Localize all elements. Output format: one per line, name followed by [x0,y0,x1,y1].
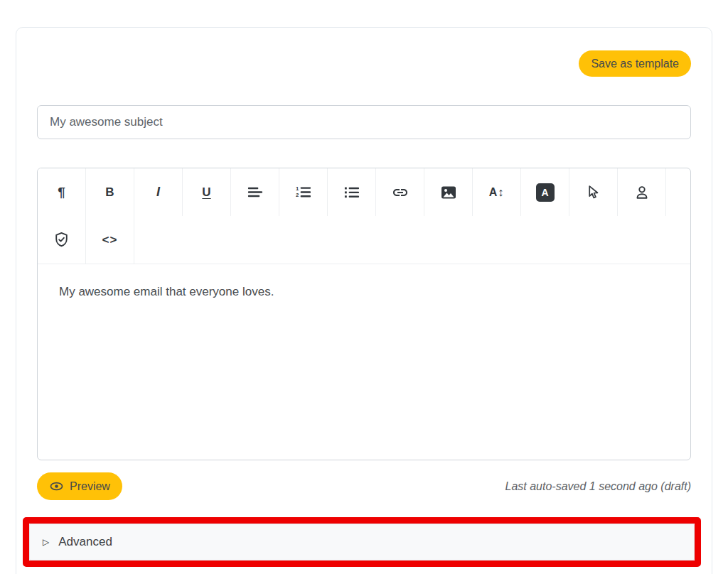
bullet-list-button[interactable] [328,168,376,216]
svg-text:1: 1 [296,185,299,192]
italic-icon: I [156,185,160,200]
eye-icon [49,479,64,494]
image-icon [440,184,457,201]
ordered-list-button[interactable]: 1 2 [279,168,328,216]
text-color-icon: A [536,183,555,202]
subject-input[interactable] [37,105,691,139]
person-button[interactable] [618,168,666,216]
cursor-select-button[interactable] [569,168,618,216]
align-button[interactable] [231,168,279,216]
preview-button-label: Preview [70,480,110,493]
save-as-template-button[interactable]: Save as template [579,50,691,77]
bullet-list-icon [343,184,360,200]
paragraph-icon: ¶ [58,185,65,200]
code-icon: <> [102,233,118,247]
text-color-button[interactable]: A [521,168,569,216]
font-size-icon: A↕ [489,186,505,199]
align-left-icon [247,184,263,200]
ordered-list-icon: 1 2 [295,184,311,200]
preview-button[interactable]: Preview [37,472,122,500]
advanced-section-toggle[interactable]: ▷ Advanced [29,524,695,561]
font-size-button[interactable]: A↕ [473,168,521,216]
shield-check-icon [53,231,70,249]
email-body-editor[interactable]: My awesome email that everyone loves. [38,264,690,460]
toolbar-row-2: <> [38,216,690,264]
shield-check-button[interactable] [38,216,86,264]
editor-footer-row: Preview Last auto-saved 1 second ago (dr… [37,472,691,500]
bold-button[interactable]: B [86,168,134,216]
expander-triangle-icon: ▷ [43,538,49,546]
link-button[interactable] [376,168,424,216]
paragraph-button[interactable]: ¶ [38,168,86,216]
save-template-row: Save as template [37,50,691,77]
autosave-status: Last auto-saved 1 second ago (draft) [505,480,692,493]
underline-icon: U [202,185,210,200]
svg-text:2: 2 [296,192,299,198]
italic-button[interactable]: I [134,168,183,216]
email-editor-card: Save as template ¶ B I U [16,27,712,574]
person-icon [633,184,651,201]
rich-text-editor: ¶ B I U [37,168,691,460]
editor-toolbar: ¶ B I U [38,168,690,264]
code-view-button[interactable]: <> [86,216,134,264]
underline-button[interactable]: U [183,168,231,216]
cursor-icon [585,184,601,200]
bold-icon: B [105,185,114,200]
toolbar-row-1: ¶ B I U [38,168,690,216]
image-button[interactable] [424,168,473,216]
annotation-highlight-red: ▷ Advanced [23,517,701,567]
advanced-section-label: Advanced [58,535,112,549]
link-icon [392,184,409,201]
